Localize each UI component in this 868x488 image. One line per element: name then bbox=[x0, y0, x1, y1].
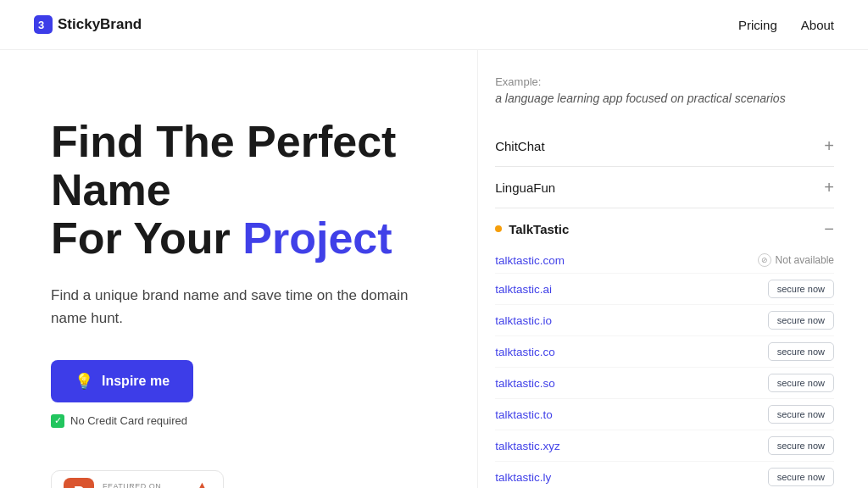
domain-row-talktastic.com: talktastic.com ⊘ Not available bbox=[495, 247, 834, 274]
example-label: Example: bbox=[495, 75, 834, 88]
domain-link-talktastic.ly[interactable]: talktastic.ly bbox=[495, 471, 551, 484]
ph-arrow-icon: ▲ bbox=[196, 480, 209, 488]
domain-status-talktastic.com: ⊘ Not available bbox=[758, 253, 834, 267]
nav-pricing[interactable]: Pricing bbox=[738, 18, 777, 32]
domain-link-talktastic.so[interactable]: talktastic.so bbox=[495, 377, 555, 390]
domain-link-talktastic.co[interactable]: talktastic.co bbox=[495, 346, 555, 358]
domain-link-talktastic.ai[interactable]: talktastic.ai bbox=[495, 283, 552, 296]
name-label-chitchat: ChitChat bbox=[495, 139, 544, 153]
bulb-icon: 💡 bbox=[75, 372, 93, 391]
right-panel: Example: a language learning app focused… bbox=[477, 50, 868, 488]
domain-link-talktastic.xyz[interactable]: talktastic.xyz bbox=[495, 440, 560, 452]
ph-text: FEATURED ON Product Hunt bbox=[103, 482, 178, 488]
name-header-left-chitchat: ChitChat bbox=[495, 139, 544, 153]
checkmark-icon: ✓ bbox=[51, 414, 64, 428]
hero-title: Find The Perfect Name For Your Project bbox=[51, 118, 435, 263]
hero-title-highlight: Project bbox=[242, 214, 392, 263]
ph-featured-label: FEATURED ON bbox=[103, 482, 178, 488]
ph-icon: P bbox=[64, 478, 94, 488]
name-item-chitchat: ChitChat + bbox=[495, 125, 834, 167]
domain-row-talktastic.io: talktastic.io secure now bbox=[495, 305, 834, 336]
name-item-talktastic: TalkTastic − talktastic.com ⊘ Not availa… bbox=[495, 208, 834, 488]
domain-row-talktastic.ai: talktastic.ai secure now bbox=[495, 274, 834, 305]
domain-row-talktastic.ly: talktastic.ly secure now bbox=[495, 462, 834, 488]
name-label-linguafun: LinguaFun bbox=[495, 180, 555, 195]
expand-icon-linguafun[interactable]: + bbox=[824, 179, 834, 196]
hero-title-line1: Find The Perfect Name bbox=[51, 117, 396, 214]
name-header-left-talktastic: TalkTastic bbox=[495, 222, 569, 236]
domain-row-talktastic.xyz: talktastic.xyz secure now bbox=[495, 430, 834, 462]
inspire-button[interactable]: 💡 Inspire me bbox=[51, 360, 193, 402]
hero-title-line2-plain: For Your bbox=[51, 214, 242, 263]
name-item-linguafun: LinguaFun + bbox=[495, 167, 834, 208]
active-dot-talktastic bbox=[495, 225, 502, 232]
name-header-talktastic[interactable]: TalkTastic − bbox=[495, 220, 834, 237]
status-circle-icon: ⊘ bbox=[758, 253, 771, 267]
hero-subtitle: Find a unique brand name and save time o… bbox=[51, 284, 424, 330]
svg-text:3: 3 bbox=[38, 19, 44, 31]
domain-link-talktastic.to[interactable]: talktastic.to bbox=[495, 408, 553, 421]
example-section: Example: a language learning app focused… bbox=[495, 75, 834, 105]
ph-votes: ▲ 235 bbox=[193, 480, 212, 488]
secure-button-talktastic.io[interactable]: secure now bbox=[768, 311, 834, 330]
main-nav: Pricing About bbox=[738, 18, 834, 32]
secure-button-talktastic.ly[interactable]: secure now bbox=[768, 468, 834, 486]
secure-button-talktastic.xyz[interactable]: secure now bbox=[768, 436, 834, 455]
collapse-icon-talktastic[interactable]: − bbox=[824, 220, 834, 237]
logo[interactable]: 3 StickyBrand bbox=[34, 15, 142, 34]
nav-about[interactable]: About bbox=[801, 18, 834, 32]
name-header-linguafun[interactable]: LinguaFun + bbox=[495, 179, 834, 196]
expand-icon-chitchat[interactable]: + bbox=[824, 137, 834, 154]
left-panel: Find The Perfect Name For Your Project F… bbox=[0, 50, 477, 488]
domain-link-talktastic.io[interactable]: talktastic.io bbox=[495, 314, 552, 327]
main-content: Find The Perfect Name For Your Project F… bbox=[0, 50, 868, 488]
secure-button-talktastic.to[interactable]: secure now bbox=[768, 405, 834, 424]
not-available-label: Not available bbox=[776, 254, 834, 266]
logo-icon: 3 bbox=[34, 15, 53, 34]
names-list: ChitChat + LinguaFun + TalkTastic bbox=[495, 125, 834, 488]
logo-text: StickyBrand bbox=[58, 16, 142, 33]
domain-row-talktastic.so: talktastic.so secure now bbox=[495, 368, 834, 399]
name-header-chitchat[interactable]: ChitChat + bbox=[495, 137, 834, 154]
domain-row-talktastic.to: talktastic.to secure now bbox=[495, 399, 834, 430]
domain-row-talktastic.co: talktastic.co secure now bbox=[495, 336, 834, 368]
inspire-button-label: Inspire me bbox=[102, 374, 170, 389]
header: 3 StickyBrand Pricing About bbox=[0, 0, 868, 50]
domain-link-talktastic.com[interactable]: talktastic.com bbox=[495, 254, 565, 267]
product-hunt-badge[interactable]: P FEATURED ON Product Hunt ▲ 235 bbox=[51, 470, 224, 488]
secure-button-talktastic.co[interactable]: secure now bbox=[768, 342, 834, 361]
name-header-left-linguafun: LinguaFun bbox=[495, 180, 555, 195]
no-credit-label: No Credit Card required bbox=[70, 414, 187, 427]
domain-list-talktastic: talktastic.com ⊘ Not available talktasti… bbox=[495, 247, 834, 488]
name-label-talktastic: TalkTastic bbox=[509, 222, 569, 236]
secure-button-talktastic.so[interactable]: secure now bbox=[768, 374, 834, 392]
no-credit-row: ✓ No Credit Card required bbox=[51, 414, 435, 428]
example-text: a language learning app focused on pract… bbox=[495, 92, 834, 105]
secure-button-talktastic.ai[interactable]: secure now bbox=[768, 280, 834, 298]
